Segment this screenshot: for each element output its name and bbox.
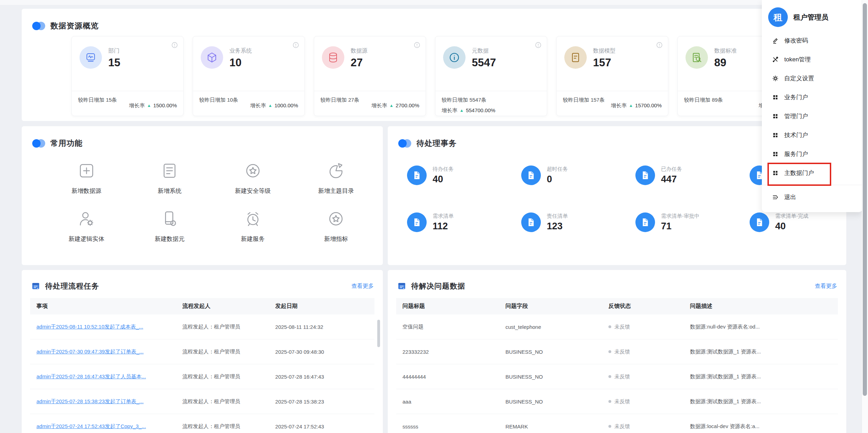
panel-process-tasks: 待处理流程任务 查看更多 事项 流程发起人 发起日期 admin于2025-08… [22,270,383,433]
stat-growth: 较昨日增加 157条 增长率▲15700.00% [557,91,668,116]
user-header: 租 租户管理员 [762,0,862,31]
problem-field: BUSINESS_NO [505,399,608,405]
table-row: admin于2025-07-28 16:47:43发起了人员基本... 流程发起… [30,364,374,389]
todo-value: 123 [547,221,588,232]
info-icon[interactable] [656,42,662,49]
status-dot-icon [608,350,611,353]
function-new-security-level[interactable]: 新建安全等级 [211,161,295,209]
menu-item-service-portal[interactable]: 服务门户 [762,144,862,163]
up-trend-icon: ▲ [460,107,464,114]
growth-text: 较昨日增加 89条 [684,96,723,116]
database-icon [322,46,344,69]
menu-item-label: 技术门户 [784,131,808,139]
task-link[interactable]: admin于2025-07-24 17:52:43发起了Copy_3_... [36,423,146,429]
stat-value: 27 [351,57,367,68]
info-icon[interactable] [172,42,178,49]
growth-value: 554700.00% [466,106,495,115]
function-label: 新建逻辑实体 [69,235,104,243]
menu-item-management-portal[interactable]: 管理门户 [762,107,862,126]
section-title: 常用功能 [50,138,83,149]
todo-item-pending-tasks[interactable]: 待办任务 40 [407,165,521,212]
problem-title: 空值问题 [402,324,505,330]
stat-growth: 较昨日增加 5547条 增长率▲554700.00% [435,91,547,116]
task-link[interactable]: admin于2025-07-28 15:38:23发起了订单表_... [36,398,144,404]
function-add-subject-catalog[interactable]: 新增主题目录 [295,161,378,209]
stat-card-metadata[interactable]: 元数据 5547 较昨日增加 5547条 增长率▲554700.00% [435,36,547,116]
menu-item-label: 业务门户 [784,93,808,101]
growth-label: 增长率 [250,101,266,110]
growth-value: 1000.00% [274,101,298,110]
todo-item-demand-list-approving[interactable]: 需求清单-审批中 71 [635,212,750,259]
task-date: 2025-07-30 09:48:30 [275,349,368,355]
function-add-system[interactable]: 新增系统 [128,161,212,209]
view-more-link[interactable]: 查看更多 [815,283,837,290]
table-title-text: 待解决问题数据 [411,281,465,291]
task-initiator: 流程发起人：租户管理员 [182,373,275,380]
task-link[interactable]: admin于2025-08-11 10:52:10发起了成本表_... [36,324,143,330]
menu-item-master-data-portal[interactable]: 主数据门户 [762,163,862,182]
todo-value: 447 [661,174,702,185]
growth-text: 较昨日增加 5547条 [442,96,487,106]
function-new-data-element[interactable]: 新建数据元 [128,209,212,257]
view-more-link[interactable]: 查看更多 [351,283,374,290]
page-scrollbar[interactable] [862,0,868,433]
info-icon[interactable] [293,42,299,49]
menu-item-technical-portal[interactable]: 技术门户 [762,126,862,144]
section-title: 数据资源概览 [50,21,99,31]
table-head-row: 问题标题 问题字段 反馈状态 问题描述 [396,298,838,314]
function-new-service[interactable]: 新建服务 [211,209,295,257]
status-badge: 未反馈 [608,349,686,355]
stat-card-business-system[interactable]: 业务系统 10 较昨日增加 10条 增长率▲1000.00% [193,36,305,116]
problem-title: 44444444 [402,374,505,380]
table-row: 空值问题 cust_telephone 未反馈 数据源:null-dev 资源表… [396,314,838,339]
menu-item-logout[interactable]: 退出 [762,188,862,207]
stat-value: 10 [229,57,252,68]
menu-item-business-portal[interactable]: 业务门户 [762,88,862,107]
info-icon[interactable] [535,42,541,49]
todo-label: 需求清单 [433,212,474,219]
info-icon[interactable] [414,42,420,49]
problem-desc: 数据源:测试数据源_1 资源表... [690,398,832,405]
menu-item-custom-settings[interactable]: 自定义设置 [762,69,862,88]
table-row: 44444444 BUSINESS_NO 未反馈 数据源:测试数据源_1 资源表… [396,364,838,389]
stat-value: 5547 [472,57,496,68]
status-dot-icon [608,375,611,378]
column-header: 发起日期 [275,303,368,310]
table-title-text: 待处理流程任务 [45,281,99,291]
stat-card-data-model[interactable]: 数据模型 157 较昨日增加 157条 增长率▲15700.00% [556,36,668,116]
growth-text: 较昨日增加 157条 [563,96,605,116]
menu-item-token-management[interactable]: token管理 [762,50,862,69]
stat-card-data-source[interactable]: 数据源 27 较昨日增加 27条 增长率▲2700.00% [314,36,426,116]
task-link[interactable]: admin于2025-07-28 16:47:43发起了人员基本... [36,373,146,379]
todo-item-overtime-tasks[interactable]: 超时任务 0 [521,165,635,212]
menu-item-change-password[interactable]: 修改密码 [762,31,862,50]
panel-data-overview: 数据资源概览 部门 15 较昨日增加 15条 增长 [22,9,846,121]
stat-card-department[interactable]: 部门 15 较昨日增加 15条 增长率▲1500.00% [71,36,184,116]
grid-icon [771,132,779,138]
menu-item-label: 主数据门户 [784,169,814,177]
document-badge-icon [521,212,541,232]
function-label: 新增主题目录 [318,187,354,195]
column-header: 问题字段 [505,303,608,310]
growth-label: 增长率 [611,101,627,110]
problem-desc: 数据源:测试数据源_1 资源表... [690,349,832,355]
menu-item-label: 管理门户 [784,112,808,120]
task-link[interactable]: admin于2025-07-30 09:47:39发起了订单表_... [36,349,144,354]
table-row: admin于2025-07-30 09:47:39发起了订单表_... 流程发起… [30,339,374,364]
scrollbar-thumb[interactable] [863,3,867,396]
pencil-icon [771,37,779,44]
status-dot-icon [608,325,611,328]
function-add-indicator[interactable]: 新增指标 [295,209,378,257]
tools-icon [771,56,779,63]
todo-item-demand-list[interactable]: 需求清单 112 [407,212,521,259]
status-badge: 未反馈 [608,398,686,405]
todo-item-done-tasks[interactable]: 已办任务 447 [635,165,750,212]
function-add-data-source[interactable]: 新增数据源 [45,161,128,209]
function-new-logical-entity[interactable]: 新建逻辑实体 [45,209,128,257]
column-header: 问题描述 [690,303,832,310]
task-date: 2025-07-28 15:38:23 [275,399,368,405]
todo-item-demand-list-finished[interactable]: 需求清单-完成 40 [750,212,864,259]
todo-value: 112 [433,221,474,232]
table-scrollbar-thumb[interactable] [377,320,380,347]
todo-item-responsibility-list[interactable]: 责任清单 123 [521,212,635,259]
